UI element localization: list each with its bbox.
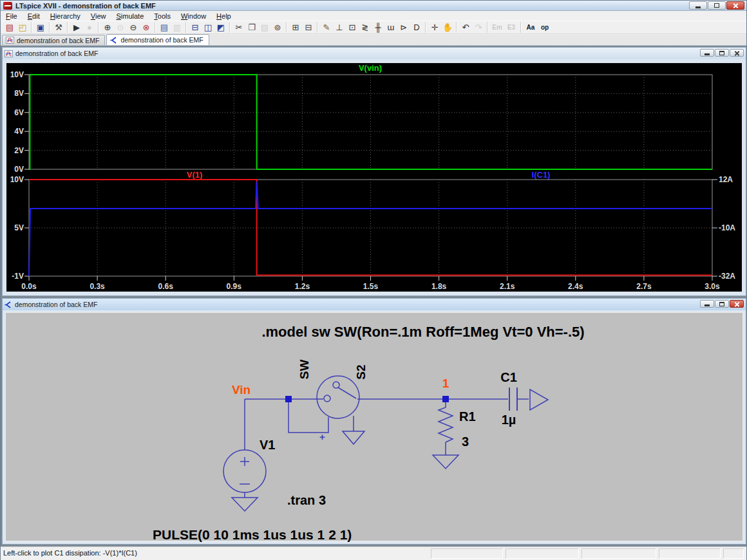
child-maximize-button[interactable] bbox=[715, 300, 729, 308]
toolbar-place-diode-icon[interactable]: ⊳ bbox=[397, 22, 410, 33]
net-label-node1[interactable]: 1 bbox=[442, 377, 449, 390]
child-close-button[interactable] bbox=[730, 300, 744, 308]
wire[interactable] bbox=[245, 399, 529, 498]
switch-s2[interactable] bbox=[317, 376, 359, 418]
toolbar-zoom-back-icon[interactable]: ⊙ bbox=[114, 22, 127, 33]
toolbar-place-component-icon[interactable]: D bbox=[410, 22, 423, 33]
junction-dot bbox=[442, 396, 449, 402]
title-bar[interactable]: LTspice XVII - demonstration of back EMF bbox=[1, 1, 746, 11]
toolbar-spice-directive-icon[interactable]: op bbox=[538, 22, 552, 33]
toolbar-place-net-label-icon[interactable]: ⊡ bbox=[346, 22, 359, 33]
waveform-plot-icon bbox=[6, 37, 14, 44]
switch-model-label[interactable]: SW bbox=[298, 360, 311, 380]
toolbar-zoom-full-extents-icon[interactable]: ⊗ bbox=[140, 22, 153, 33]
child-minimize-button[interactable] bbox=[700, 300, 714, 308]
close-icon bbox=[733, 3, 739, 8]
resistor-value-label[interactable]: 3 bbox=[462, 434, 469, 449]
toolbar-place-resistor-icon[interactable]: ≷ bbox=[359, 22, 372, 33]
capacitor-c1[interactable] bbox=[509, 387, 517, 411]
toolbar-print-icon[interactable]: ⊟ bbox=[302, 22, 315, 33]
source-name-label[interactable]: V1 bbox=[260, 438, 275, 452]
toolbar-move-icon[interactable]: ✛ bbox=[428, 22, 441, 33]
toolbar-save-icon[interactable]: ▣ bbox=[34, 22, 47, 33]
tab-waveform[interactable]: demonstration of back EMF bbox=[2, 35, 105, 45]
menu-file[interactable]: File bbox=[1, 12, 23, 20]
child-maximize-button[interactable] bbox=[715, 49, 729, 57]
waveform-plot-area[interactable]: V(vin) V(1) I(C1) 10V8V6V4V2V0V10V5V-1V1… bbox=[6, 63, 742, 292]
menu-window[interactable]: Window bbox=[176, 12, 211, 20]
x-axis-tick-label: 2.1s bbox=[492, 282, 523, 291]
minimize-button[interactable] bbox=[689, 1, 707, 10]
x-axis-tick-label: 0.9s bbox=[218, 282, 249, 291]
resistor-name-label[interactable]: R1 bbox=[459, 409, 476, 424]
net-label-vin[interactable]: Vin bbox=[232, 383, 251, 397]
toolbar-redo-icon[interactable]: ↷ bbox=[472, 22, 485, 33]
menu-view[interactable]: View bbox=[86, 12, 111, 20]
toolbar-place-text-icon[interactable]: Aa bbox=[524, 22, 538, 33]
voltage-source-v1[interactable] bbox=[223, 450, 266, 492]
tran-directive[interactable]: .tran 3 bbox=[287, 493, 326, 507]
schematic-drawing: .model sw SW(Ron=.1m Roff=1Meg Vt=0 Vh=-… bbox=[6, 313, 744, 542]
tab-schematic[interactable]: demonstration of back EMF bbox=[106, 34, 209, 45]
capacitor-name-label[interactable]: C1 bbox=[500, 370, 517, 384]
ground-icon[interactable] bbox=[433, 455, 459, 469]
junction-dot bbox=[285, 396, 292, 402]
toolbar-autorange-y-axis-icon[interactable]: ▤ bbox=[158, 22, 171, 33]
capacitor-value-label[interactable]: 1µ bbox=[502, 413, 516, 427]
resize-grip[interactable] bbox=[723, 548, 744, 559]
toolbar-run-simulation-icon[interactable]: ▶ bbox=[70, 22, 83, 33]
resistor-r1[interactable] bbox=[439, 407, 453, 442]
toolbar-cascade-windows-icon[interactable]: ◩ bbox=[214, 22, 227, 33]
toolbar-tile-vertically-icon[interactable]: ◫ bbox=[202, 22, 214, 33]
toolbar-edit-simulation-cmd-icon[interactable]: Em bbox=[490, 22, 504, 33]
toolbar-zoom-in-icon[interactable]: ⊕ bbox=[101, 22, 114, 33]
menu-help[interactable]: Help bbox=[211, 12, 236, 20]
ground-icon[interactable] bbox=[343, 431, 364, 444]
toolbar-halt-simulation-icon[interactable]: ● bbox=[83, 22, 96, 33]
minimize-icon bbox=[704, 53, 710, 55]
menu-simulate[interactable]: Simulate bbox=[111, 12, 149, 20]
y-axis-tick-label: 4V bbox=[6, 127, 24, 136]
toolbar-open-file-icon[interactable]: ◰ bbox=[16, 22, 29, 33]
waveform-window-title-bar[interactable]: demonstration of back EMF bbox=[3, 48, 746, 59]
menu-edit[interactable]: Edit bbox=[23, 12, 45, 20]
child-close-button[interactable] bbox=[730, 49, 744, 57]
toolbar-draft-wire-icon[interactable]: ✎ bbox=[320, 22, 333, 33]
toolbar-place-inductor-icon[interactable]: ɯ bbox=[384, 22, 397, 33]
toolbar-print-preview-icon[interactable]: ⊞ bbox=[289, 22, 302, 33]
toolbar-control-panel-icon[interactable]: ⚒ bbox=[52, 22, 65, 33]
ltspice-main-window: LTspice XVII - demonstration of back EMF… bbox=[0, 0, 747, 560]
model-directive[interactable]: .model sw SW(Ron=.1m Roff=1Meg Vt=0 Vh=-… bbox=[261, 324, 584, 340]
toolbar-find-icon[interactable]: ⊚ bbox=[271, 22, 284, 33]
pulse-directive[interactable]: PULSE(0 10 1ms 1us 1us 1 2 1) bbox=[153, 527, 352, 542]
toolbar-new-schematic-icon[interactable]: ▤ bbox=[3, 22, 16, 33]
close-button[interactable] bbox=[726, 1, 744, 10]
toolbar-place-capacitor-icon[interactable]: ╫ bbox=[372, 22, 384, 33]
toolbar-separator bbox=[520, 22, 522, 33]
toolbar-paste-icon[interactable]: ▨ bbox=[258, 22, 271, 33]
toolbar-cut-icon[interactable]: ✂ bbox=[232, 22, 245, 33]
toolbar-place-ground-icon[interactable]: ⊥ bbox=[333, 22, 346, 33]
child-minimize-button[interactable] bbox=[700, 49, 714, 57]
menu-tools[interactable]: Tools bbox=[149, 12, 176, 20]
menu-hierarchy[interactable]: Hierarchy bbox=[45, 12, 86, 20]
schematic-window-title-bar[interactable]: demonstration of back EMF bbox=[3, 299, 746, 310]
toolbar-mark-data-points-icon[interactable]: ▥ bbox=[171, 22, 184, 33]
toolbar-drag-icon[interactable]: ✋ bbox=[441, 22, 454, 33]
window-title: LTspice XVII - demonstration of back EMF bbox=[15, 2, 156, 10]
toolbar: ▤◰▣⚒▶●⊕⊙⊖⊗▤▥⊟◫◩✂❐▨⊚⊞⊟✎⊥⊡≷╫ɯ⊳D✛✋↶↷EmE3Aao… bbox=[1, 21, 746, 34]
ground-icon[interactable] bbox=[232, 498, 258, 511]
restore-button[interactable] bbox=[708, 1, 726, 10]
switch-name-label[interactable]: S2 bbox=[354, 364, 368, 379]
ltspice-logo-icon bbox=[3, 2, 12, 10]
ground-right-icon[interactable] bbox=[530, 389, 548, 410]
toolbar-zoom-out-icon[interactable]: ⊖ bbox=[127, 22, 140, 33]
toolbar-tile-horizontally-icon[interactable]: ⊟ bbox=[189, 22, 202, 33]
toolbar-undo-icon[interactable]: ↶ bbox=[459, 22, 472, 33]
waveform-window: demonstration of back EMF V(vin) V(1) I(… bbox=[2, 47, 746, 296]
x-axis-tick-label: 1.8s bbox=[424, 282, 455, 291]
x-axis-tick-label: 0.6s bbox=[150, 282, 181, 291]
toolbar-expand-subcircuit-icon[interactable]: E3 bbox=[504, 22, 518, 33]
toolbar-copy-icon[interactable]: ❐ bbox=[245, 22, 258, 33]
schematic-canvas[interactable]: .model sw SW(Ron=.1m Roff=1Meg Vt=0 Vh=-… bbox=[5, 312, 743, 541]
